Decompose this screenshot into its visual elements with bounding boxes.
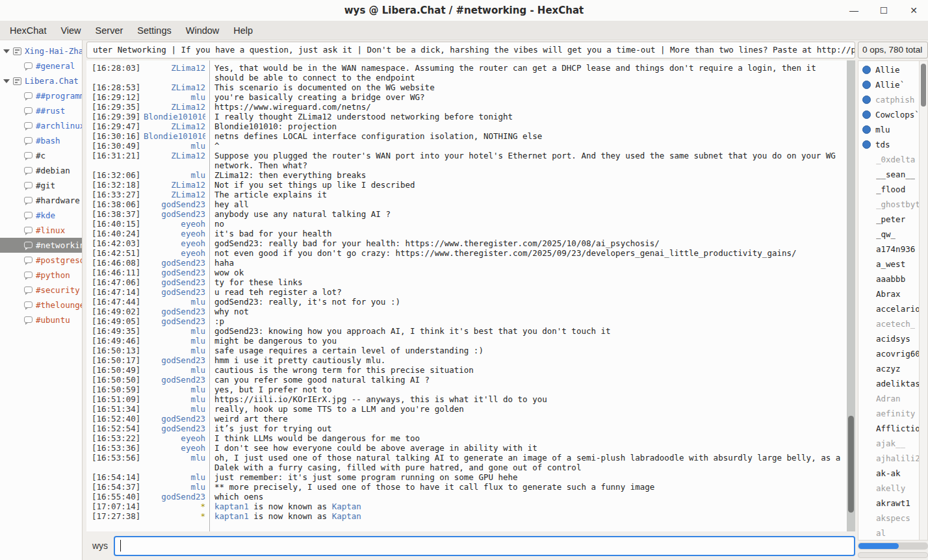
nick[interactable]: godSend23 [144, 316, 205, 326]
nick[interactable]: mlu [144, 365, 205, 375]
nick[interactable]: mlu [144, 170, 205, 180]
nick[interactable]: godSend23 [144, 375, 205, 385]
userlist-row[interactable]: _ghostbyte [858, 197, 919, 212]
userlist-row[interactable]: ajhalili2 [858, 451, 919, 466]
nick[interactable]: Blondie101010 [144, 112, 205, 121]
tree-channel-hardware[interactable]: #hardware [0, 193, 82, 208]
userlist-row[interactable]: accelario [858, 301, 919, 316]
user-list[interactable]: AllieAllie`catphishCowclops`mlutds_0xdel… [858, 60, 919, 541]
nick[interactable]: godSend23 [144, 258, 205, 268]
userlist-row[interactable]: aefinity [858, 406, 919, 421]
menu-server[interactable]: Server [88, 22, 131, 39]
tree-channel-security[interactable]: #security [0, 283, 82, 298]
userlist-row[interactable]: al [858, 526, 919, 541]
nick[interactable]: mlu [144, 404, 205, 414]
titlebar[interactable]: wys @ Libera.Chat / #networking - HexCha… [0, 0, 928, 21]
userlist-row[interactable]: _peter [858, 212, 919, 227]
userlist-row[interactable]: _qw_ [858, 227, 919, 242]
nick[interactable]: godSend23 [144, 355, 205, 365]
userlist-row[interactable]: acetech_ [858, 316, 919, 331]
userlist-row[interactable]: tds [858, 137, 919, 152]
userlist-hscrollbar-thumb[interactable] [858, 543, 899, 549]
tree-channel-c[interactable]: #c [0, 148, 82, 163]
nick[interactable]: godSend23 [144, 492, 205, 502]
nick[interactable]: godSend23 [144, 199, 205, 209]
nick[interactable]: mlu [144, 297, 205, 307]
nick[interactable]: ZLima12 [144, 83, 205, 92]
tree-channel-bash[interactable]: #bash [0, 133, 82, 148]
userlist-row[interactable]: aaabbb [858, 272, 919, 286]
userlist-row[interactable]: Allie [858, 62, 919, 77]
nick-reference[interactable]: kaptan1 [214, 502, 249, 511]
tree-channel-git[interactable]: #git [0, 178, 82, 193]
nick[interactable]: mlu [144, 92, 205, 102]
userlist-row[interactable]: Affliction [858, 421, 919, 436]
event-star[interactable]: * [144, 502, 205, 511]
tree-channel-programming[interactable]: ##programming [0, 88, 82, 103]
tree-channel-debian[interactable]: #debian [0, 163, 82, 178]
nick-reference[interactable]: kaptan1 [214, 511, 249, 521]
tree-channel-archlinux[interactable]: #archlinux [0, 118, 82, 133]
userlist-row[interactable]: akrawt1 [858, 496, 919, 511]
tree-channel-python[interactable]: #python [0, 268, 82, 283]
nick[interactable]: ZLima12 [144, 63, 205, 83]
nick[interactable]: eyeoh [144, 443, 205, 453]
nick[interactable]: eyeoh [144, 433, 205, 443]
menu-window[interactable]: Window [179, 22, 227, 39]
nick[interactable]: godSend23 [144, 287, 205, 297]
nick[interactable]: mlu [144, 336, 205, 346]
menu-help[interactable]: Help [226, 22, 260, 39]
tree-channel-kde[interactable]: #kde [0, 208, 82, 223]
nick[interactable]: ZLima12 [144, 190, 205, 199]
userlist-row[interactable]: ak-ak [858, 466, 919, 481]
userlist-row[interactable]: Abrax [858, 286, 919, 301]
userlist-row[interactable]: acovrig60 [858, 346, 919, 361]
userlist-row[interactable]: a_west [858, 257, 919, 272]
nick[interactable]: godSend23 [144, 307, 205, 316]
userlist-scrollbar[interactable] [919, 60, 928, 541]
tree-channel-postgresql[interactable]: #postgresql [0, 253, 82, 268]
nick[interactable]: eyeoh [144, 238, 205, 248]
tree-network-row[interactable]: Libera.Chat [0, 73, 82, 88]
tree-channel-ubuntu[interactable]: #ubuntu [0, 312, 82, 327]
nick[interactable]: mlu [144, 326, 205, 336]
event-star[interactable]: * [144, 511, 205, 521]
userlist-row[interactable]: akspecs [858, 511, 919, 526]
userlist-row[interactable]: aczyz [858, 361, 919, 376]
userlist-row[interactable]: mlu [858, 122, 919, 137]
bottom-scrollbar-track[interactable] [858, 552, 928, 558]
nick[interactable]: eyeoh [144, 229, 205, 238]
chat-scrollbar[interactable] [847, 60, 855, 531]
nick[interactable]: godSend23 [144, 209, 205, 219]
menu-settings[interactable]: Settings [130, 22, 178, 39]
userlist-row[interactable]: akelly [858, 481, 919, 496]
nick[interactable]: mlu [144, 472, 205, 482]
nick[interactable]: godSend23 [144, 268, 205, 277]
tree-channel-rust[interactable]: ##rust [0, 103, 82, 118]
nick[interactable]: godSend23 [144, 424, 205, 433]
userlist-scrollbar-thumb[interactable] [921, 64, 926, 107]
userlist-row[interactable]: Cowclops` [858, 107, 919, 122]
tree-network-row[interactable]: Xing-Hai-Zhan [0, 44, 82, 58]
minimize-icon[interactable]: — [849, 5, 859, 16]
nick[interactable]: ZLima12 [144, 102, 205, 112]
nick[interactable]: godSend23 [144, 414, 205, 424]
nick[interactable]: ZLima12 [144, 151, 205, 170]
nick-reference[interactable]: Kaptan [332, 511, 361, 521]
nick[interactable]: mlu [144, 453, 205, 472]
nick[interactable]: eyeoh [144, 219, 205, 229]
nick[interactable]: eyeoh [144, 248, 205, 258]
nick[interactable]: mlu [144, 141, 205, 151]
userlist-hscrollbar[interactable] [858, 542, 928, 550]
userlist-row[interactable]: adeliktas [858, 376, 919, 391]
chat-scrollbar-thumb[interactable] [848, 416, 854, 513]
nick[interactable]: Blondie101010 [144, 131, 205, 141]
nick[interactable]: mlu [144, 394, 205, 404]
userlist-row[interactable]: a174n936 [858, 242, 919, 257]
menu-hexchat[interactable]: HexChat [3, 22, 53, 39]
userlist-row[interactable]: catphish [858, 92, 919, 107]
tree-channel-linux[interactable]: #linux [0, 223, 82, 238]
expander-down-icon[interactable] [3, 49, 10, 53]
server-channel-tree[interactable]: Xing-Hai-Zhan#generalLibera.Chat##progra… [0, 40, 83, 560]
nick-reference[interactable]: Kaptan [332, 502, 361, 511]
